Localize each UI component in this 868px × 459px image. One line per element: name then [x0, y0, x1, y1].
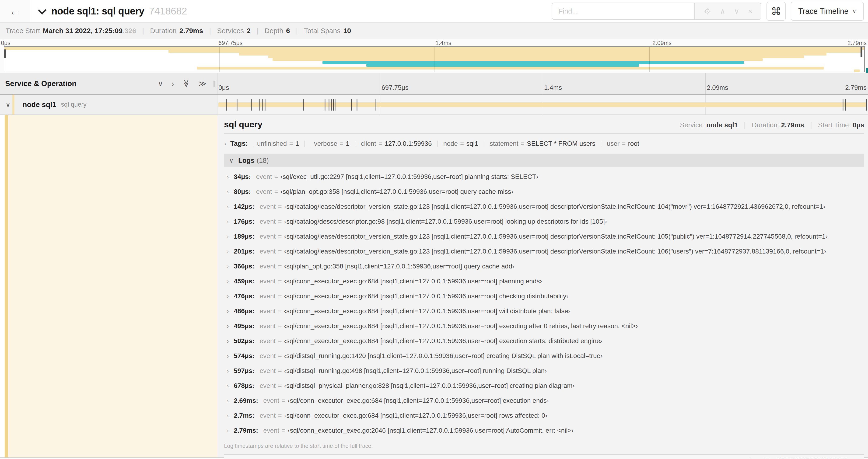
tags-expand-chevron-icon[interactable]: › [224, 140, 226, 147]
log-timestamp: 476μs: [234, 292, 254, 300]
log-expand-chevron-icon[interactable]: › [227, 203, 234, 210]
log-row[interactable]: ›142μs:event=‹sql/catalog/lease/descript… [227, 199, 864, 214]
log-value: ‹sql/distsql_running.go:498 [nsql1,clien… [284, 367, 547, 374]
span-duration-bar[interactable] [218, 102, 866, 107]
span-row[interactable]: ∨ node sql1 sql query [0, 95, 868, 115]
axis-label: 0μs [1, 40, 10, 46]
trace-view-select[interactable]: Trace Timeline ∨ [791, 2, 864, 21]
log-row[interactable]: ›176μs:event=‹sql/catalog/descs/descript… [227, 214, 864, 229]
log-expand-chevron-icon[interactable]: › [227, 352, 234, 360]
back-button[interactable]: ← [0, 0, 30, 22]
find-next-icon[interactable]: ∨ [734, 7, 739, 15]
span-row-name-column[interactable]: ∨ node sql1 sql query [0, 95, 217, 114]
log-value: ‹sql/distsql_running.go:1420 [nsql1,clie… [284, 352, 603, 360]
log-expand-chevron-icon[interactable]: › [227, 233, 234, 240]
expand-all-icon[interactable]: ≫ [199, 80, 207, 87]
logs-label: Logs [238, 157, 254, 164]
log-row[interactable]: ›597μs:event=‹sql/distsql_running.go:498… [227, 363, 864, 378]
minimap-gridline [649, 47, 650, 72]
tag-item: client=127.0.0.1:59936 [361, 140, 432, 147]
log-row[interactable]: ›34μs:event=‹sql/exec_util.go:2297 [nsql… [227, 169, 864, 184]
log-expand-chevron-icon[interactable]: › [227, 427, 234, 434]
timeline-header: Service & Operation ∨ › ≫ ≫ 0μs697.75μs1… [0, 73, 868, 95]
minimap-span [168, 50, 861, 53]
total-spans-value: 10 [343, 27, 351, 35]
trace-start-fraction: .326 [123, 27, 136, 35]
log-expand-chevron-icon[interactable]: › [227, 218, 234, 225]
command-icon: ⌘ [771, 5, 781, 17]
locate-icon[interactable] [703, 7, 711, 15]
find-clear-icon[interactable]: × [748, 7, 752, 15]
keyboard-shortcuts-button[interactable]: ⌘ [767, 2, 786, 21]
span-detail-row: sql query Service: node sql1 | Duration:… [0, 115, 868, 458]
minimap-span [239, 53, 827, 56]
log-row[interactable]: ›495μs:event=‹sql/conn_executor_exec.go:… [227, 319, 864, 333]
divider [355, 141, 355, 147]
log-timestamp: 597μs: [234, 367, 254, 374]
log-expand-chevron-icon[interactable]: › [227, 263, 234, 270]
log-row[interactable]: ›574μs:event=‹sql/distsql_running.go:142… [227, 349, 864, 363]
log-expand-chevron-icon[interactable]: › [227, 293, 234, 300]
divider [484, 141, 484, 147]
log-expand-chevron-icon[interactable]: › [227, 173, 234, 181]
viewport-scrubber-right[interactable] [861, 47, 862, 57]
axis-label: 2.09ms [652, 40, 672, 46]
log-marker [262, 99, 263, 110]
expand-one-icon[interactable]: › [172, 80, 174, 87]
log-row[interactable]: ›678μs:event=‹sql/distsql_physical_plann… [227, 378, 864, 393]
viewport-scrubber-left[interactable] [4, 50, 6, 58]
log-row[interactable]: ›486μs:event=‹sql/conn_executor_exec.go:… [227, 304, 864, 319]
log-expand-chevron-icon[interactable]: › [227, 248, 234, 255]
trace-title-chevron-down-icon[interactable] [38, 6, 46, 14]
depth-value: 6 [286, 27, 290, 35]
log-expand-chevron-icon[interactable]: › [227, 412, 234, 419]
tags-row[interactable]: › Tags: _unfinished=1_verbose=1client=12… [224, 140, 864, 147]
log-row[interactable]: ›459μs:event=‹sql/conn_executor_exec.go:… [227, 274, 864, 289]
service-operation-header: Service & Operation ∨ › ≫ ≫ [0, 73, 217, 94]
axis-label: 1.4ms [435, 40, 451, 46]
log-marker [333, 99, 334, 110]
log-marker [335, 99, 335, 110]
trace-start-value: March 31 2022, 17:25:09.326 [43, 27, 136, 35]
log-row[interactable]: ›502μs:event=‹sql/conn_executor_exec.go:… [227, 333, 864, 349]
log-value: ‹sql/conn_executor_exec.go:684 [nsql1,cl… [284, 412, 548, 419]
log-row[interactable]: ›2.79ms:event=‹sql/conn_executor_exec.go… [227, 423, 864, 438]
tag-item: _verbose=1 [310, 140, 349, 147]
log-row[interactable]: ›2.7ms:event=‹sql/conn_executor_exec.go:… [227, 408, 864, 423]
find-input[interactable] [552, 3, 694, 20]
column-resize-grip[interactable] [213, 81, 215, 87]
minimap-span [197, 67, 824, 69]
minimap-canvas[interactable] [4, 46, 865, 72]
log-expand-chevron-icon[interactable]: › [227, 337, 234, 345]
detail-accent-column [5, 115, 217, 457]
duration-label: Duration [150, 27, 177, 35]
log-expand-chevron-icon[interactable]: › [227, 382, 234, 390]
span-row-timeline[interactable] [217, 95, 868, 114]
log-timestamp: 2.7ms: [234, 412, 254, 419]
axis-label: 2.79ms [845, 84, 867, 91]
log-row[interactable]: ›476μs:event=‹sql/conn_executor_exec.go:… [227, 289, 864, 304]
find-prev-icon[interactable]: ∧ [720, 7, 725, 15]
log-expand-chevron-icon[interactable]: › [227, 323, 234, 330]
log-value: ‹sql/exec_util.go:2297 [nsql1,client=127… [280, 173, 538, 181]
log-timestamp: 495μs: [234, 322, 254, 330]
collapse-all-icon[interactable]: ≫ [183, 79, 190, 88]
log-field: event [260, 292, 276, 300]
log-row[interactable]: ›366μs:event=‹sql/plan_opt.go:358 [nsql1… [227, 259, 864, 274]
log-row[interactable]: ›80μs:event=‹sql/plan_opt.go:358 [nsql1,… [227, 184, 864, 199]
log-expand-chevron-icon[interactable]: › [227, 278, 234, 285]
deep-link-icon[interactable] [852, 458, 859, 459]
log-timestamp: 574μs: [234, 352, 254, 360]
logs-collapse-chevron-icon[interactable]: ∨ [229, 157, 234, 164]
log-expand-chevron-icon[interactable]: › [227, 397, 234, 404]
log-row[interactable]: ›201μs:event=‹sql/catalog/lease/descript… [227, 244, 864, 259]
log-row[interactable]: ›189μs:event=‹sql/catalog/lease/descript… [227, 229, 864, 244]
log-expand-chevron-icon[interactable]: › [227, 367, 234, 374]
span-collapse-chevron-icon[interactable]: ∨ [6, 101, 10, 108]
log-expand-chevron-icon[interactable]: › [227, 188, 234, 195]
logs-header[interactable]: ∨ Logs (18) [224, 154, 864, 167]
log-row[interactable]: ›2.69ms:event=‹sql/conn_executor_exec.go… [227, 393, 864, 408]
span-detail-overview: Service: node sql1 | Duration: 2.79ms | … [680, 121, 864, 129]
log-expand-chevron-icon[interactable]: › [227, 308, 234, 315]
collapse-one-icon[interactable]: ∨ [158, 80, 163, 87]
